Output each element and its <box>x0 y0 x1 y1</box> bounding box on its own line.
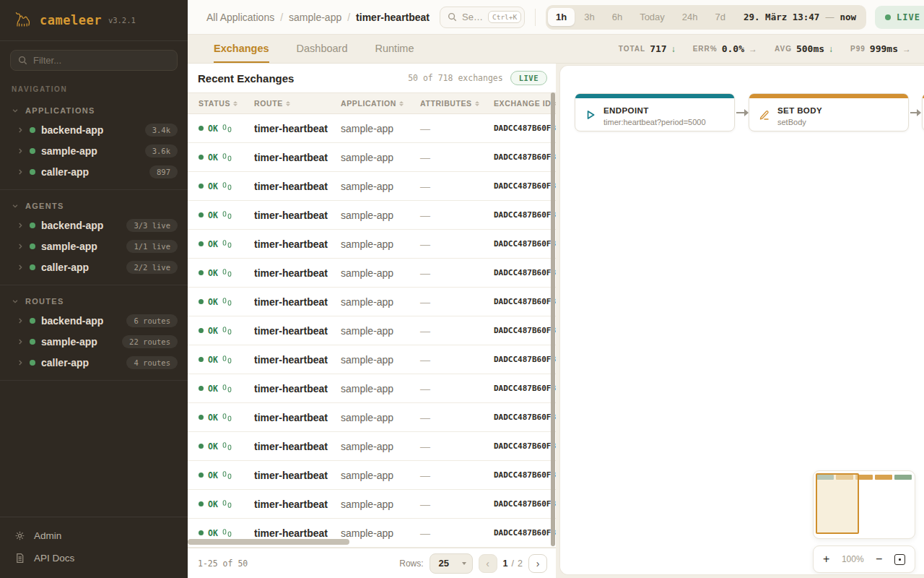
ok-dot <box>199 357 204 362</box>
nav-section-routes: ROUTES backend-app 6 routes <box>0 287 188 381</box>
table-row[interactable]: OK timer-heartbeat sample-app — DADCC487… <box>188 461 556 490</box>
sort-icon <box>233 101 237 106</box>
global-search[interactable]: Se… Ctrl+K <box>440 7 525 28</box>
sidebar-item[interactable]: sample-app 1/1 live <box>0 236 188 256</box>
time-range-button[interactable]: 1h <box>548 8 575 26</box>
route-flow-canvas[interactable]: ENDPOINT timer:heartbeat?period=5000 SET… <box>559 65 924 575</box>
time-range-button[interactable]: 6h <box>604 8 630 26</box>
attributes-cell: — <box>420 152 494 163</box>
sidebar-item[interactable]: backend-app 3/3 live <box>0 215 188 236</box>
sidebar-item-api-docs[interactable]: API Docs <box>0 547 188 569</box>
route-cell: timer-heartbeat <box>254 383 341 394</box>
attributes-cell: — <box>420 470 494 481</box>
tab[interactable]: Dashboard <box>297 35 348 63</box>
zoom-out-button[interactable]: − <box>876 553 882 565</box>
sidebar-filter[interactable] <box>10 50 178 71</box>
footprints-icon <box>222 529 232 538</box>
sidebar-item[interactable]: sample-app 22 routes <box>0 331 188 352</box>
stat: AVG 500ms ↓ <box>775 43 833 54</box>
status-dot <box>30 339 35 345</box>
rows-per-page-select[interactable]: 25 <box>430 553 473 574</box>
fit-view-button[interactable] <box>894 554 905 565</box>
footprints-icon <box>222 298 232 306</box>
exchange-id-cell: DADCC487B60F8 <box>494 441 556 451</box>
table-row[interactable]: OK timer-heartbeat sample-app — DADCC487… <box>188 403 556 432</box>
attributes-cell: — <box>420 354 494 366</box>
table-row[interactable]: OK timer-heartbeat sample-app — DADCC487… <box>188 316 556 345</box>
live-toggle[interactable]: LIVE <box>875 6 924 29</box>
filter-input[interactable] <box>33 55 170 66</box>
footprints-icon <box>222 500 232 509</box>
sidebar-item[interactable]: caller-app 4 routes <box>0 352 188 373</box>
page-indicator: 1 / 2 <box>503 558 523 569</box>
ok-dot <box>199 473 204 478</box>
item-name: caller-app <box>41 166 89 178</box>
tab[interactable]: Runtime <box>375 35 414 63</box>
footprints-icon <box>222 384 232 393</box>
table-row[interactable]: OK timer-heartbeat sample-app — DADCC487… <box>188 230 556 259</box>
time-range-button[interactable]: 7d <box>707 8 733 26</box>
breadcrumb-app[interactable]: sample-app <box>289 12 341 23</box>
column-header[interactable]: EXCHANGE ID <box>494 99 556 108</box>
column-header[interactable]: STATUS <box>199 99 254 108</box>
sidebar-item[interactable]: sample-app 3.6k <box>0 140 188 161</box>
table-row[interactable]: OK timer-heartbeat sample-app — DADCC487… <box>188 172 556 201</box>
prev-page-button[interactable]: ‹ <box>479 554 497 573</box>
table-row[interactable]: OK timer-heartbeat sample-app — DADCC487… <box>188 143 556 172</box>
table-row[interactable]: OK timer-heartbeat sample-app — DADCC487… <box>188 432 556 461</box>
table-row[interactable]: OK timer-heartbeat sample-app — DADCC487… <box>188 490 556 519</box>
footprints-icon <box>222 269 232 277</box>
time-range-button[interactable]: 3h <box>576 8 602 26</box>
section-header-applications[interactable]: APPLICATIONS <box>0 102 188 119</box>
column-header[interactable]: ATTRIBUTES <box>420 99 494 108</box>
column-header[interactable]: APPLICATION <box>341 99 420 108</box>
application-cell: sample-app <box>341 238 420 250</box>
table-row[interactable]: OK timer-heartbeat sample-app — DADCC487… <box>188 345 556 374</box>
minimap[interactable] <box>813 470 915 539</box>
navigation-label: NAVIGATION <box>0 75 188 96</box>
item-name: caller-app <box>41 262 89 273</box>
status-cell: OK <box>199 181 254 191</box>
breadcrumb-root[interactable]: All Applications <box>206 12 274 23</box>
sidebar-item[interactable]: caller-app 2/2 live <box>0 256 188 277</box>
item-name: sample-app <box>41 145 97 157</box>
table-row[interactable]: OK timer-heartbeat sample-app — DADCC487… <box>188 374 556 403</box>
status-cell: OK <box>199 152 254 163</box>
flow-node-set-body[interactable]: SET BODY setBody <box>749 93 909 131</box>
status-cell: OK <box>199 413 254 423</box>
ok-dot <box>199 444 204 449</box>
sidebar-item-admin[interactable]: Admin <box>0 525 188 547</box>
section-header-agents[interactable]: AGENTS <box>0 197 188 215</box>
tab[interactable]: Exchanges <box>214 35 269 63</box>
ok-dot <box>199 270 204 275</box>
horizontal-scrollbar[interactable] <box>188 539 349 545</box>
table-row[interactable]: OK timer-heartbeat sample-app — DADCC487… <box>188 114 556 143</box>
sidebar-item[interactable]: backend-app 6 routes <box>0 310 188 331</box>
trend-arrow-icon: ↓ <box>829 44 833 54</box>
flow-node-endpoint[interactable]: ENDPOINT timer:heartbeat?period=5000 <box>575 93 735 131</box>
time-range-button[interactable]: 24h <box>674 8 706 26</box>
status-cell: OK <box>199 441 254 452</box>
route-cell: timer-heartbeat <box>254 412 341 423</box>
next-page-button[interactable]: › <box>528 554 547 573</box>
item-name: sample-app <box>41 241 97 252</box>
logo-row: cameleer v3.2.1 <box>0 0 188 41</box>
table-row[interactable]: OK timer-heartbeat sample-app — DADCC487… <box>188 288 556 316</box>
sidebar-item[interactable]: caller-app 897 <box>0 161 188 182</box>
route-cell: timer-heartbeat <box>254 325 341 337</box>
vertical-scrollbar[interactable] <box>551 92 555 546</box>
table-row[interactable]: OK timer-heartbeat sample-app — DADCC487… <box>188 201 556 230</box>
app-name: cameleer <box>40 13 102 27</box>
chevron-right-icon <box>17 359 24 366</box>
column-header[interactable]: ROUTE <box>254 99 341 108</box>
section-header-routes[interactable]: ROUTES <box>0 293 188 310</box>
live-pill[interactable]: LIVE <box>510 71 547 85</box>
time-range-display[interactable]: 29. März 13:47 — now <box>744 12 856 22</box>
attributes-cell: — <box>420 499 494 510</box>
zoom-in-button[interactable]: + <box>823 553 829 565</box>
time-range-button[interactable]: Today <box>632 8 673 26</box>
table-row[interactable]: OK timer-heartbeat sample-app — DADCC487… <box>188 259 556 288</box>
sidebar-item[interactable]: backend-app 3.4k <box>0 119 188 140</box>
minimap-viewport[interactable] <box>816 473 859 534</box>
status-cell: OK <box>199 210 254 220</box>
